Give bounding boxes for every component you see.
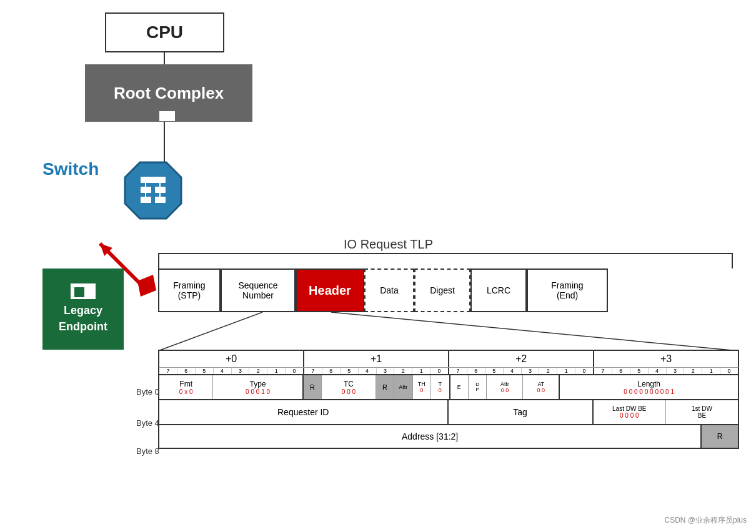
connector-rc-switch <box>164 122 165 162</box>
cell-fmt: Fmt 0 x 0 <box>159 375 213 399</box>
bit-1-1: 1 <box>412 368 430 374</box>
bit-7-0: 7 <box>159 368 177 374</box>
cell-1st-dw-be: 1st DWBE <box>666 400 738 424</box>
bit-6-2: 6 <box>467 368 485 374</box>
cpu-label: CPU <box>146 22 183 42</box>
bit-0-3: 0 <box>720 368 738 374</box>
bit-4-0: 4 <box>214 368 232 374</box>
diagram-container: CPU Root Complex Switch Legacy <box>0 0 756 532</box>
svg-rect-5 <box>155 197 166 203</box>
watermark: CSDN @业余程序员plus <box>664 515 747 526</box>
byte8-label: Byte 8 <box>136 446 159 456</box>
cell-attr2: Attr 0 0 <box>487 375 523 399</box>
tlp-title: IO Request TLP <box>344 237 433 252</box>
bit-6-1: 6 <box>322 368 341 374</box>
bit-7-2: 7 <box>449 368 467 374</box>
bit-3-1: 3 <box>377 368 395 374</box>
bit-2-2: 2 <box>539 368 557 374</box>
bit-5-3: 5 <box>630 368 649 374</box>
expand-lines <box>158 312 739 351</box>
rc-icon <box>159 111 175 121</box>
bit-2-0: 2 <box>249 368 267 374</box>
tlp-cell-header: Header <box>296 268 364 312</box>
bit-4-2: 4 <box>504 368 522 374</box>
root-complex-label: Root Complex <box>114 84 224 103</box>
bit-7-1: 7 <box>304 368 322 374</box>
bit-0-2: 0 <box>575 368 594 374</box>
bit-0-1: 0 <box>430 368 449 374</box>
bit-6-3: 6 <box>612 368 630 374</box>
svg-rect-2 <box>141 187 151 193</box>
cell-type: Type 0 0 0 1 0 <box>213 375 303 399</box>
tlp-cell-sequence: SequenceNumber <box>221 268 296 312</box>
bit-4-1: 4 <box>359 368 377 374</box>
bit-1-2: 1 <box>557 368 575 374</box>
cell-r2: R <box>376 375 394 399</box>
legacy-endpoint-box: Legacy Endpoint <box>42 268 124 350</box>
cell-tag: Tag <box>449 400 594 424</box>
cell-at: AT 0 0 <box>523 375 560 399</box>
byte0-row: Fmt 0 x 0 Type 0 0 0 1 0 R TC 0 0 0 R At… <box>158 374 739 399</box>
byte4-label: Byte 4 <box>136 418 159 428</box>
tlp-cell-digest: Digest <box>414 268 470 312</box>
svg-rect-4 <box>141 197 151 203</box>
cell-tc: TC 0 0 0 <box>322 375 376 399</box>
col-header-2: +2 <box>449 351 594 367</box>
legacy-icon <box>71 283 96 299</box>
bit-4-3: 4 <box>649 368 667 374</box>
bit-3-0: 3 <box>232 368 250 374</box>
svg-marker-0 <box>125 162 181 219</box>
bit-1-0: 1 <box>267 368 286 374</box>
cell-length: Length 0 0 0 0 0 0 0 0 0 1 <box>560 375 738 399</box>
cell-e: E <box>450 375 469 399</box>
bit-7-3: 7 <box>594 368 612 374</box>
byte0-label: Byte 0 <box>136 387 159 397</box>
bit-5-2: 5 <box>485 368 504 374</box>
bit-labels-row: 7 6 5 4 3 2 1 0 7 6 5 4 3 2 1 0 7 6 5 4 … <box>158 367 739 374</box>
bit-1-3: 1 <box>702 368 720 374</box>
cell-t: T 0 <box>431 375 450 399</box>
col-headers-row: +0 +1 +2 +3 <box>158 350 739 367</box>
bit-3-3: 3 <box>667 368 685 374</box>
tlp-bracket-top <box>158 253 733 254</box>
cell-th: TH 0 <box>413 375 431 399</box>
svg-rect-3 <box>155 187 166 193</box>
col-header-3: +3 <box>594 351 738 367</box>
connector-cpu-rc <box>164 52 165 64</box>
cell-dp: DP <box>469 375 487 399</box>
cpu-box: CPU <box>105 12 224 52</box>
svg-rect-1 <box>141 177 166 183</box>
cell-r-byte8: R <box>702 425 738 448</box>
switch-label: Switch <box>42 159 99 179</box>
col-header-1: +1 <box>304 351 449 367</box>
legacy-line1: Legacy <box>64 303 102 318</box>
legacy-line2: Endpoint <box>59 319 107 335</box>
tlp-cell-lcrc: LCRC <box>470 268 527 312</box>
tlp-cell-framing-end: Framing(End) <box>527 268 608 312</box>
cell-address: Address [31:2] <box>159 425 702 448</box>
cell-attr1: Attr <box>394 375 412 399</box>
cell-requester-id: Requester ID <box>159 400 449 424</box>
cell-r1: R <box>304 375 322 399</box>
svg-marker-12 <box>137 275 156 297</box>
tlp-cells-row: Framing(STP) SequenceNumber Header Data … <box>158 268 608 312</box>
bit-2-3: 2 <box>684 368 702 374</box>
bit-0-0: 0 <box>286 368 304 374</box>
tlp-bracket-left <box>158 253 159 268</box>
cell-last-dw-be: Last DW BE 0 0 0 0 <box>594 400 666 424</box>
svg-line-13 <box>158 312 262 351</box>
bit-5-0: 5 <box>196 368 214 374</box>
header-detail-table: +0 +1 +2 +3 7 6 5 4 3 2 1 0 7 6 5 4 3 2 … <box>158 350 739 449</box>
tlp-cell-data: Data <box>364 268 414 312</box>
col-header-0: +0 <box>159 351 304 367</box>
bit-3-2: 3 <box>522 368 540 374</box>
byte8-row: Address [31:2] R <box>158 424 739 449</box>
bit-6-0: 6 <box>177 368 196 374</box>
byte4-row: Requester ID Tag Last DW BE 0 0 0 0 1st … <box>158 399 739 424</box>
tlp-bracket-right <box>732 253 733 268</box>
bit-2-1: 2 <box>394 368 412 374</box>
bit-5-1: 5 <box>341 368 359 374</box>
tlp-cell-framing: Framing(STP) <box>158 268 221 312</box>
svg-line-14 <box>331 312 739 351</box>
switch-octagon <box>122 159 184 222</box>
